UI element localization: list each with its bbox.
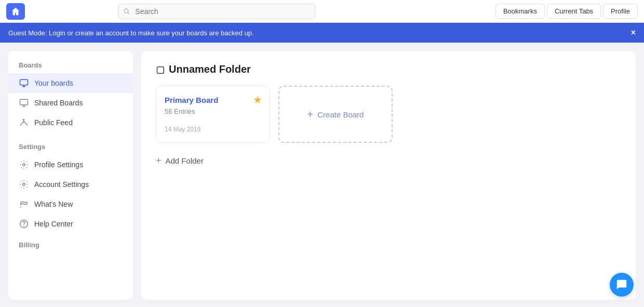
chat-bubble[interactable] [610, 273, 634, 297]
add-folder-plus-icon: + [156, 155, 162, 166]
sidebar-item-label: Public Feed [34, 118, 73, 127]
sidebar-item-label: Profile Settings [34, 161, 83, 169]
billing-section-title: Billing [8, 241, 133, 253]
folder-icon: ▢ [156, 64, 165, 75]
svg-point-5 [23, 164, 25, 166]
sidebar-item-label: Shared Boards [34, 99, 83, 107]
svg-point-9 [24, 225, 24, 226]
shared-boards-icon [19, 98, 29, 108]
search-wrapper [118, 4, 315, 19]
sidebar-item-label: Account Settings [34, 180, 89, 189]
sidebar-item-your-boards[interactable]: Your boards [8, 73, 133, 93]
settings-section-title: Settings [8, 143, 133, 155]
search-input[interactable] [118, 4, 315, 19]
account-settings-icon [19, 179, 29, 190]
add-folder-row[interactable]: + Add Folder [156, 155, 621, 166]
content-area: ▢ Unnamed Folder ★ Primary Board 56 Entr… [141, 51, 636, 300]
svg-line-1 [128, 12, 129, 14]
board-title: Primary Board [165, 96, 261, 104]
topnav: Bookmarks Current Tabs Profile [0, 0, 644, 23]
folder-name: Unnamed Folder [169, 63, 251, 75]
sidebar-item-shared-boards[interactable]: Shared Boards [8, 93, 133, 113]
sidebar-item-profile-settings[interactable]: Profile Settings [8, 155, 133, 175]
nav-buttons: Bookmarks Current Tabs Profile [495, 4, 638, 19]
create-board-card[interactable]: + Create Board [278, 86, 393, 143]
boards-grid: ★ Primary Board 56 Entries 14 May 2019 +… [156, 86, 621, 143]
boards-section-title: Boards [8, 61, 133, 73]
star-icon: ★ [253, 94, 262, 106]
svg-point-6 [23, 183, 25, 186]
profile-settings-icon [19, 159, 29, 170]
bookmarks-button[interactable]: Bookmarks [495, 4, 545, 19]
whats-new-icon [19, 199, 29, 209]
current-tabs-button[interactable]: Current Tabs [547, 4, 601, 19]
help-center-icon [19, 219, 29, 229]
svg-point-4 [23, 119, 25, 121]
sidebar-item-account-settings[interactable]: Account Settings [8, 175, 133, 194]
board-date: 14 May 2019 [165, 126, 261, 133]
create-board-label: Create Board [317, 110, 364, 119]
guest-banner-message: Guest Mode: Login or create an account t… [8, 29, 254, 37]
home-button[interactable] [6, 3, 25, 20]
sidebar-item-label: Your boards [34, 79, 73, 87]
folder-header: ▢ Unnamed Folder [156, 63, 621, 75]
board-entries: 56 Entries [165, 108, 261, 115]
sidebar-item-whats-new[interactable]: What's New [8, 194, 133, 214]
svg-rect-2 [20, 79, 28, 85]
sidebar-item-label: Help Center [34, 220, 73, 228]
sidebar: Boards Your boards Shared Boards [8, 51, 133, 300]
search-icon [123, 8, 130, 15]
main-layout: Boards Your boards Shared Boards [0, 43, 644, 307]
guest-banner-close[interactable]: × [631, 28, 636, 37]
board-card[interactable]: ★ Primary Board 56 Entries 14 May 2019 [156, 86, 270, 143]
your-boards-icon [19, 78, 29, 88]
sidebar-item-help-center[interactable]: Help Center [8, 214, 133, 234]
chat-icon [616, 279, 627, 290]
sidebar-item-public-feed[interactable]: Public Feed [8, 113, 133, 132]
create-plus-icon: + [307, 109, 314, 121]
home-icon [11, 7, 20, 16]
profile-button[interactable]: Profile [603, 4, 638, 19]
guest-banner: Guest Mode: Login or create an account t… [0, 23, 644, 43]
svg-rect-3 [20, 99, 28, 105]
sidebar-item-label: What's New [34, 200, 73, 208]
add-folder-label: Add Folder [166, 156, 204, 165]
public-feed-icon [19, 117, 29, 128]
